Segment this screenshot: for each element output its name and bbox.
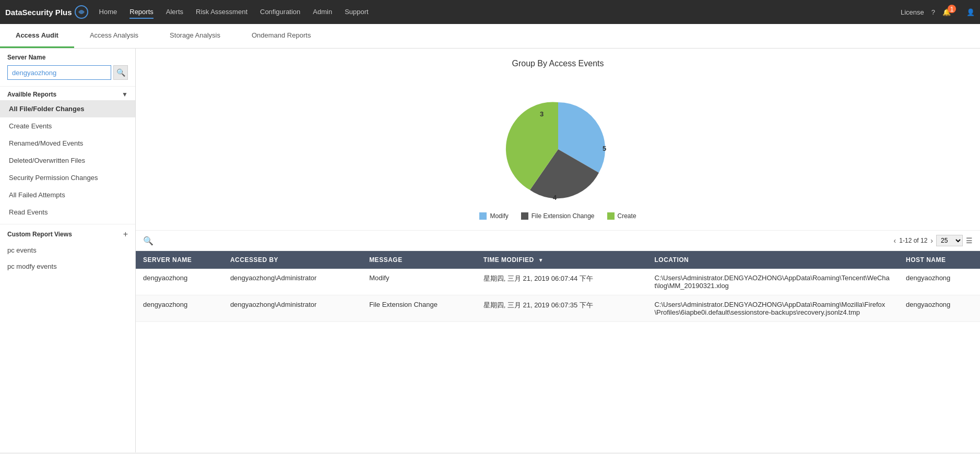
legend-label-modify: Modify [490, 212, 508, 220]
cell-accessed-by: dengyaozhong\Administrator [223, 295, 362, 322]
pie-label-3: 3 [540, 110, 544, 118]
nav-admin[interactable]: Admin [313, 6, 332, 19]
logo-icon [74, 5, 89, 19]
cell-time-modified: 星期四, 三月 21, 2019 06:07:35 下午 [476, 295, 647, 322]
nav-links: Home Reports Alerts Risk Assessment Conf… [99, 6, 901, 19]
tab-storage-analysis[interactable]: Storage Analysis [154, 24, 236, 48]
custom-item-pc-modfy-events[interactable]: pc modfy events [0, 258, 135, 274]
legend-create: Create [607, 212, 636, 220]
cell-location: C:\Users\Administrator.DENGYAOZHONG\AppD… [647, 295, 899, 322]
table-toolbar: 🔍 ‹ 1-12 of 12 › 25 50 100 ☰ [136, 231, 980, 251]
app-name: DataSecurity Plus [5, 8, 72, 17]
server-name-label: Server Name [7, 54, 128, 61]
custom-report-views-section: Custom Report Views + [0, 224, 135, 242]
sidebar: Server Name 🔍 Availble Reports ▼ All Fil… [0, 49, 136, 452]
cell-host-name: dengyaozhong [899, 295, 980, 322]
table-body: dengyaozhong dengyaozhong\Administrator … [136, 269, 980, 322]
tab-ondemand-reports[interactable]: Ondemand Reports [236, 24, 326, 48]
chart-legend: Modify File Extension Change Create [479, 212, 636, 220]
cell-host-name: dengyaozhong [899, 269, 980, 295]
nav-configuration[interactable]: Configuration [260, 6, 300, 19]
server-name-section: Server Name 🔍 [0, 49, 135, 83]
col-server-name: SERVER NAME [136, 251, 223, 269]
chart-container: 3 5 4 Modify File Extension Change [146, 79, 970, 220]
chart-title: Group By Access Events [146, 59, 970, 68]
table-header: SERVER NAME ACCESSED BY MESSAGE TIME MOD… [136, 251, 980, 269]
sort-icon-time[interactable]: ▼ [538, 257, 544, 263]
content-area: Group By Access Events [136, 49, 980, 452]
legend-label-file-ext: File Extension Change [532, 212, 595, 220]
available-reports-section: Availble Reports ▼ [0, 86, 135, 100]
table-row: dengyaozhong dengyaozhong\Administrator … [136, 269, 980, 295]
data-table: SERVER NAME ACCESSED BY MESSAGE TIME MOD… [136, 251, 980, 322]
cell-message: File Extension Change [362, 295, 476, 322]
custom-report-add-button[interactable]: + [123, 230, 128, 239]
sidebar-item-security-permission[interactable]: Security Permission Changes [0, 169, 135, 186]
tab-access-analysis[interactable]: Access Analysis [74, 24, 154, 48]
notification-badge: 1 [948, 5, 956, 13]
custom-item-pc-events[interactable]: pc events [0, 242, 135, 258]
pagination-text: 1-12 of 12 [899, 237, 927, 244]
per-page-select[interactable]: 25 50 100 [936, 235, 963, 246]
legend-color-modify [479, 212, 487, 220]
server-name-input[interactable] [7, 65, 111, 80]
logo: DataSecurity Plus [5, 5, 89, 19]
cell-message: Modify [362, 269, 476, 295]
available-reports-toggle[interactable]: ▼ [122, 91, 128, 98]
table-search-icon[interactable]: 🔍 [143, 236, 154, 246]
cell-time-modified: 星期四, 三月 21, 2019 06:07:44 下午 [476, 269, 647, 295]
pie-chart-svg: 3 5 4 [485, 79, 631, 204]
top-nav: DataSecurity Plus Home Reports Alerts Ri… [0, 0, 980, 24]
cell-accessed-by: dengyaozhong\Administrator [223, 269, 362, 295]
custom-report-views-label: Custom Report Views [7, 231, 72, 238]
col-host-name: HOST NAME [899, 251, 980, 269]
col-message: MESSAGE [362, 251, 476, 269]
sidebar-item-renamed-moved[interactable]: Renamed/Moved Events [0, 135, 135, 152]
nav-reports[interactable]: Reports [129, 6, 154, 19]
col-time-modified: TIME MODIFIED ▼ [476, 251, 647, 269]
help-icon[interactable]: ? [931, 8, 935, 16]
pie-label-5: 5 [603, 145, 606, 152]
table-row: dengyaozhong dengyaozhong\Administrator … [136, 295, 980, 322]
chart-section: Group By Access Events [136, 49, 980, 231]
user-icon[interactable]: 👤 [966, 8, 975, 16]
pagination-info: ‹ 1-12 of 12 › 25 50 100 ☰ [894, 235, 973, 246]
cell-location: C:\Users\Administrator.DENGYAOZHONG\AppD… [647, 269, 899, 295]
legend-file-ext: File Extension Change [521, 212, 595, 220]
cell-server-name: dengyaozhong [136, 269, 223, 295]
main-layout: Server Name 🔍 Availble Reports ▼ All Fil… [0, 49, 980, 452]
sidebar-item-all-file-folder[interactable]: All File/Folder Changes [0, 100, 135, 117]
sidebar-item-deleted-overwritten[interactable]: Deleted/Overwritten Files [0, 152, 135, 169]
prev-page-button[interactable]: ‹ [894, 236, 896, 245]
legend-modify: Modify [479, 212, 508, 220]
col-location: LOCATION [647, 251, 899, 269]
nav-alerts[interactable]: Alerts [166, 6, 183, 19]
sidebar-item-create-events[interactable]: Create Events [0, 117, 135, 135]
tab-access-audit[interactable]: Access Audit [0, 24, 74, 48]
available-reports-label: Availble Reports [7, 91, 56, 98]
sidebar-item-read-events[interactable]: Read Events [0, 204, 135, 221]
legend-color-file-ext [521, 212, 528, 220]
table-section: 🔍 ‹ 1-12 of 12 › 25 50 100 ☰ SERVER [136, 231, 980, 322]
legend-label-create: Create [618, 212, 636, 220]
nav-right: License ? 🔔1 👤 [901, 8, 975, 16]
nav-risk-assessment[interactable]: Risk Assessment [196, 6, 247, 19]
nav-home[interactable]: Home [99, 6, 117, 19]
sub-tabs: Access Audit Access Analysis Storage Ana… [0, 24, 980, 49]
nav-support[interactable]: Support [345, 6, 369, 19]
columns-button[interactable]: ☰ [966, 236, 973, 245]
sidebar-item-all-failed-attempts[interactable]: All Failed Attempts [0, 186, 135, 204]
next-page-button[interactable]: › [930, 236, 933, 245]
notification-wrap[interactable]: 🔔1 [942, 8, 959, 16]
legend-color-create [607, 212, 615, 220]
license-link[interactable]: License [901, 8, 924, 16]
col-accessed-by: ACCESSED BY [223, 251, 362, 269]
server-search-button[interactable]: 🔍 [113, 65, 128, 80]
pie-label-4: 4 [553, 194, 557, 201]
cell-server-name: dengyaozhong [136, 295, 223, 322]
server-input-wrap: 🔍 [7, 65, 128, 80]
pie-chart: 3 5 4 [485, 79, 631, 204]
